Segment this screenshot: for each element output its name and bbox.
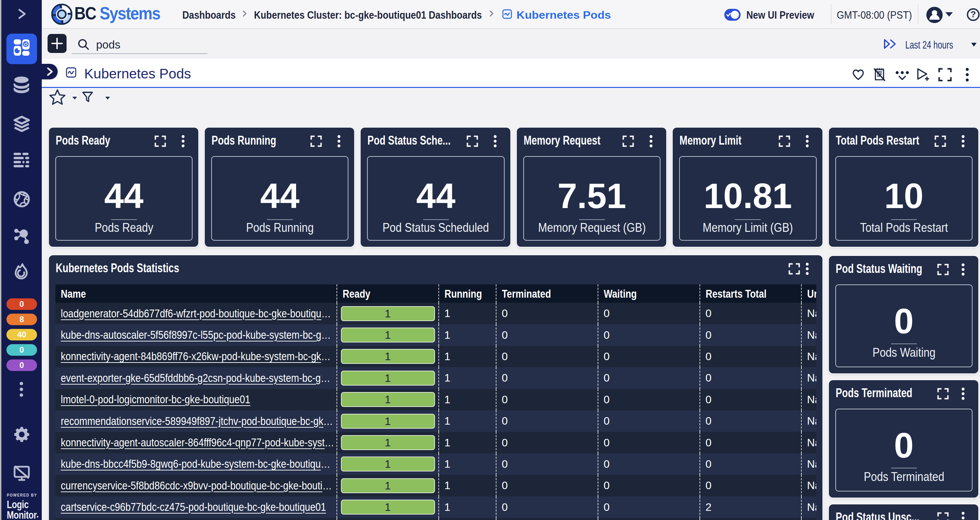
svg-text:?: ?: [970, 9, 976, 19]
